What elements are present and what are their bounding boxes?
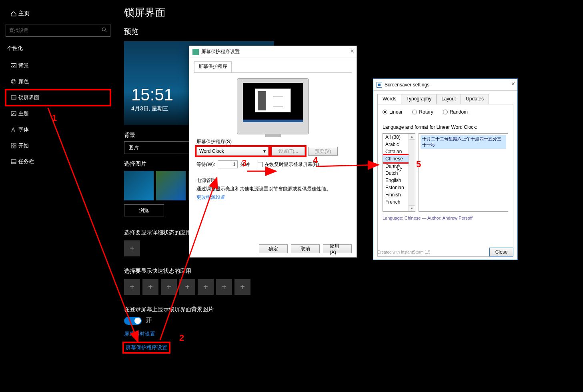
list-item[interactable]: Estonian [383, 184, 409, 191]
preview-time: 15:51 [131, 85, 173, 104]
add-quick-app-button[interactable]: + [124, 279, 140, 295]
sidebar-item-label: 字体 [18, 126, 29, 133]
list-item[interactable]: English [383, 177, 409, 184]
tab-words[interactable]: Words [377, 94, 401, 104]
preview-heading: 预览 [124, 27, 364, 36]
preview-date: 4月3日, 星期三 [131, 105, 168, 112]
power-text: 通过调整显示亮度和其他电源设置以节省能源或提供最佳性能。 [196, 186, 349, 192]
list-item[interactable]: Arabic [383, 141, 409, 148]
close-icon[interactable]: × [511, 80, 515, 88]
list-item[interactable]: Dutch [383, 170, 409, 177]
svg-rect-11 [14, 146, 16, 148]
quick-app-label: 选择要显示快速状态的应用 [124, 268, 364, 275]
svg-rect-10 [11, 146, 13, 148]
svg-rect-12 [11, 160, 16, 164]
thumbnail[interactable] [124, 171, 154, 200]
taskbar-icon [9, 158, 18, 165]
screensaver-settings-link[interactable]: 屏幕保护程序设置 [124, 343, 169, 352]
add-quick-app-button[interactable]: + [216, 279, 232, 295]
sidebar-item-lockscreen[interactable]: 锁屏界面 [6, 90, 110, 106]
dialog-title: 屏幕保护程序设置 [201, 48, 240, 55]
show-bg-login-label: 在登录屏幕上显示锁屏界面背景图片 [124, 306, 364, 313]
search-input[interactable] [6, 28, 98, 33]
list-item-chinese[interactable]: Chinese [383, 155, 409, 162]
dialog-titlebar[interactable]: 屏幕保护程序设置 × [189, 46, 357, 58]
close-button[interactable]: Close [489, 248, 513, 256]
annotation-5: 5 [416, 159, 421, 170]
preview-line: 十月二十二号星期六上午十点四十五分三十一秒 [421, 135, 506, 149]
scrollbar[interactable] [409, 134, 415, 211]
dialog-title: Screensaver settings [385, 82, 429, 88]
annotation-4: 4 [313, 155, 318, 166]
palette-icon [9, 78, 18, 85]
thumbnail[interactable] [156, 171, 186, 200]
add-quick-app-button[interactable]: + [234, 279, 250, 295]
made-with: Created with InstantStorm 1.5 [377, 250, 430, 254]
add-detail-app-button[interactable]: + [124, 240, 140, 256]
sidebar-home[interactable]: 主页 [6, 6, 110, 22]
sidebar-section-label: 个性化 [7, 45, 110, 52]
svg-point-4 [14, 80, 15, 81]
svg-point-2 [11, 79, 16, 84]
list-item[interactable]: All (30) [383, 134, 409, 141]
sidebar-item-fonts[interactable]: 字体 [6, 122, 110, 138]
annotation-3: 3 [242, 158, 246, 168]
sidebar-search[interactable] [6, 24, 110, 37]
wait-spinner[interactable]: 1 [218, 160, 238, 168]
show-bg-toggle[interactable] [124, 317, 142, 325]
list-item[interactable]: French [383, 198, 409, 206]
sidebar-item-label: 开始 [18, 142, 29, 149]
ok-button[interactable]: 确定 [259, 244, 288, 253]
screensaver-settings-button[interactable]: 设置(T)... [272, 147, 305, 156]
browse-button[interactable]: 浏览 [124, 204, 164, 216]
tab-updates[interactable]: Updates [461, 94, 489, 104]
wordclock-settings-dialog: Screensaver settings × Words Typography … [373, 78, 518, 260]
add-quick-app-button[interactable]: + [179, 279, 195, 295]
radio-random[interactable]: Random [443, 109, 468, 115]
start-icon [9, 142, 18, 149]
svg-rect-9 [14, 143, 16, 145]
add-quick-app-button[interactable]: + [198, 279, 214, 295]
monitor-preview [237, 78, 309, 134]
radio-linear[interactable]: Linear [383, 109, 403, 115]
tab-typography[interactable]: Typography [401, 94, 437, 104]
dialog-icon [192, 49, 199, 55]
sidebar-item-themes[interactable]: 主题 [6, 106, 110, 122]
search-icon [98, 27, 110, 34]
cursor-icon [397, 165, 403, 174]
list-item[interactable]: Finnish [383, 191, 409, 198]
svg-point-5 [12, 82, 13, 83]
background-value: 图片 [128, 144, 139, 151]
lockscreen-icon [9, 94, 18, 101]
sidebar-item-background[interactable]: 背景 [6, 58, 110, 74]
cancel-button[interactable]: 取消 [291, 244, 320, 253]
screensaver-combo[interactable]: Word Clock ▾ [196, 147, 268, 156]
close-icon[interactable]: × [351, 48, 354, 55]
sidebar-item-label: 任务栏 [18, 158, 34, 165]
wait-label: 等待(W): [196, 161, 215, 168]
dialog-titlebar[interactable]: Screensaver settings × [373, 79, 517, 91]
sidebar-item-taskbar[interactable]: 任务栏 [6, 154, 110, 170]
radio-icon [412, 110, 417, 114]
list-item[interactable]: Danish [383, 162, 409, 170]
chevron-down-icon: ▾ [263, 148, 266, 154]
resume-login-checkbox[interactable]: 在恢复时显示登录屏幕(R) [258, 161, 319, 168]
tab-screensaver[interactable]: 屏幕保护程序 [194, 61, 232, 72]
add-quick-app-button[interactable]: + [161, 279, 177, 295]
screen-timeout-link[interactable]: 屏幕超时设置 [124, 330, 364, 338]
settings-sidebar: 主页 个性化 背景 颜色 锁屏界面 主题 字体 开始 任务栏 [0, 0, 116, 392]
tab-layout[interactable]: Layout [437, 94, 461, 104]
apply-button[interactable]: 应用(A) [323, 244, 352, 253]
sidebar-home-label: 主页 [18, 10, 30, 17]
power-section-label: 电源管理 [196, 177, 349, 184]
sidebar-item-start[interactable]: 开始 [6, 138, 110, 154]
screensaver-preview-button[interactable]: 预览(V) [308, 147, 338, 156]
radio-rotary[interactable]: Rotary [412, 109, 433, 115]
author-line: Language: Chinese — Author: Andrew Perso… [383, 216, 508, 220]
svg-rect-8 [11, 143, 13, 145]
list-item[interactable]: Catalan [383, 148, 409, 155]
sidebar-item-colors[interactable]: 颜色 [6, 74, 110, 90]
add-quick-app-button[interactable]: + [142, 279, 158, 295]
sidebar-item-label: 锁屏界面 [18, 94, 39, 101]
power-settings-link[interactable]: 更改电源设置 [196, 194, 225, 200]
